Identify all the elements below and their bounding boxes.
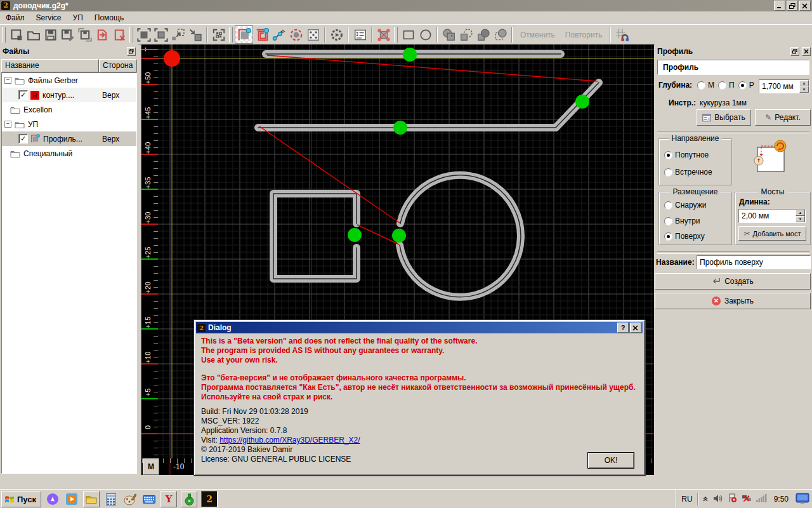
- bool-union-icon[interactable]: [440, 26, 457, 43]
- alice-icon[interactable]: [45, 491, 60, 507]
- form-icon[interactable]: [351, 26, 369, 43]
- help-button[interactable]: ?: [617, 323, 629, 333]
- checkbox-checked[interactable]: [18, 90, 28, 100]
- explorer-icon[interactable]: [83, 491, 100, 507]
- close-operation-button[interactable]: ✕ Закрыть: [655, 293, 811, 309]
- direction-radio-climb[interactable]: [664, 151, 672, 159]
- zoom-selected-icon[interactable]: [152, 26, 169, 43]
- menu-file[interactable]: Файл: [0, 12, 30, 23]
- github-link[interactable]: https://github.com/XRay3D/GERBER_X2/: [219, 436, 360, 444]
- operation-name-input[interactable]: Профиль поверху: [697, 255, 811, 269]
- zoom-out-icon[interactable]: [169, 26, 187, 43]
- tree-row-excellon[interactable]: Excellon: [2, 102, 136, 117]
- volume-icon[interactable]: [713, 494, 723, 505]
- dialog-close-button[interactable]: [630, 323, 641, 333]
- gerber-x2-app-icon[interactable]: 2: [201, 491, 218, 507]
- menu-help[interactable]: Помощь: [89, 12, 129, 23]
- collapse-icon[interactable]: −: [4, 77, 11, 84]
- spin-up-icon[interactable]: ▲: [796, 210, 805, 216]
- depth-radio-r[interactable]: [738, 81, 747, 90]
- tree-row-gerber-group[interactable]: − Файлы Gerber: [2, 73, 136, 88]
- depth-radio-p[interactable]: [718, 81, 726, 90]
- tree-row-special[interactable]: Специальный: [2, 146, 136, 161]
- network-offline-icon[interactable]: [742, 493, 752, 505]
- circle-shape-icon[interactable]: [417, 26, 434, 43]
- collapse-icon[interactable]: −: [4, 121, 11, 128]
- placement-radio-inside[interactable]: [664, 217, 672, 225]
- signal-icon[interactable]: [756, 494, 767, 504]
- bridge-dot[interactable]: [575, 95, 589, 109]
- dots-tool-icon[interactable]: [304, 26, 322, 43]
- create-button[interactable]: Создать: [655, 273, 811, 290]
- placement-radio-on[interactable]: [664, 232, 672, 241]
- bridge-length-spinbox[interactable]: 2,00 мм ▲▼: [738, 209, 806, 223]
- toolbar-grip[interactable]: [129, 27, 133, 43]
- open-folder-icon[interactable]: [25, 26, 42, 43]
- float-panel-icon[interactable]: [127, 47, 136, 56]
- column-name[interactable]: Название: [1, 59, 99, 72]
- security-flag-icon[interactable]: [728, 493, 737, 505]
- bridge-length-value[interactable]: 2,00 мм: [739, 211, 796, 220]
- keyboard-icon[interactable]: [141, 491, 157, 507]
- show-desktop-icon[interactable]: [796, 493, 809, 506]
- checkbox-checked[interactable]: [18, 134, 28, 144]
- path-tool-icon[interactable]: [270, 26, 287, 43]
- menu-up[interactable]: УП: [67, 12, 89, 23]
- collapse-chevron-icon[interactable]: [702, 495, 709, 504]
- toolpath[interactable]: [400, 175, 521, 297]
- bridge-dot[interactable]: [393, 121, 407, 135]
- menu-service[interactable]: Service: [30, 12, 67, 23]
- close-file-icon[interactable]: [93, 26, 110, 43]
- direction-radio-conventional[interactable]: [664, 168, 672, 177]
- units-button[interactable]: M: [143, 458, 159, 475]
- origin-marker[interactable]: [164, 50, 180, 67]
- tree-row-profile-selected[interactable]: Профиль... Верх: [2, 131, 136, 146]
- toolbar-grip[interactable]: [2, 27, 6, 43]
- zoom-100-icon[interactable]: [210, 26, 227, 43]
- bool-intersect-icon[interactable]: [475, 26, 492, 43]
- depth-spinbox[interactable]: 1,700 мм ▲▼: [759, 79, 809, 93]
- bridge-dot[interactable]: [348, 228, 362, 242]
- redo-button[interactable]: Повторить: [560, 30, 608, 39]
- profile-tool-icon[interactable]: [235, 25, 253, 44]
- placement-radio-outside[interactable]: [664, 201, 672, 210]
- save-edit-icon[interactable]: [59, 26, 76, 43]
- snap-grid-icon[interactable]: [613, 26, 631, 43]
- spin-up-icon[interactable]: ▲: [799, 80, 809, 86]
- column-side[interactable]: Сторона: [99, 59, 137, 72]
- bool-exclusion-icon[interactable]: [492, 26, 509, 43]
- save-icon[interactable]: [42, 26, 59, 43]
- bridge-dot[interactable]: [403, 48, 417, 62]
- start-button[interactable]: Пуск: [1, 491, 41, 507]
- float-panel-icon[interactable]: [790, 47, 799, 56]
- rect-shape-icon[interactable]: [400, 26, 417, 43]
- restore-button[interactable]: [787, 1, 798, 11]
- ok-button[interactable]: OK!: [587, 452, 634, 469]
- toolbar-grip[interactable]: [229, 27, 233, 43]
- calculator-icon[interactable]: [103, 491, 119, 507]
- minimize-button[interactable]: [774, 1, 785, 11]
- media-player-icon[interactable]: [64, 491, 79, 507]
- tree-row-up-group[interactable]: − УП: [2, 117, 136, 131]
- undo-button[interactable]: Отменить: [515, 30, 560, 39]
- bool-subtract-icon[interactable]: [457, 26, 475, 43]
- add-bridge-button[interactable]: ✂ Добавить мост: [738, 226, 806, 241]
- close-panel-icon[interactable]: [802, 47, 811, 56]
- zoom-in-icon[interactable]: [187, 26, 204, 43]
- usb-tool-icon[interactable]: [181, 491, 197, 507]
- gear-run-icon[interactable]: [328, 26, 345, 43]
- edit-tool-button[interactable]: ✎ Редакт.: [755, 109, 811, 126]
- language-indicator[interactable]: RU: [681, 495, 692, 504]
- depth-radio-m[interactable]: [697, 81, 705, 90]
- paint-icon[interactable]: [122, 491, 138, 507]
- select-tool-button[interactable]: Выбрать: [697, 109, 751, 126]
- spin-down-icon[interactable]: ▼: [796, 216, 805, 222]
- toolbar-grip[interactable]: [394, 27, 398, 43]
- yandex-browser-icon[interactable]: Y: [160, 491, 177, 507]
- transform-icon[interactable]: [375, 26, 392, 43]
- depth-value[interactable]: 1,700 мм: [759, 82, 799, 91]
- spin-down-icon[interactable]: ▼: [799, 86, 809, 93]
- close-all-icon[interactable]: [110, 26, 128, 43]
- tree-row-contour[interactable]: R контур.... Верх: [2, 88, 136, 102]
- tray-clock[interactable]: 9:50: [771, 495, 791, 504]
